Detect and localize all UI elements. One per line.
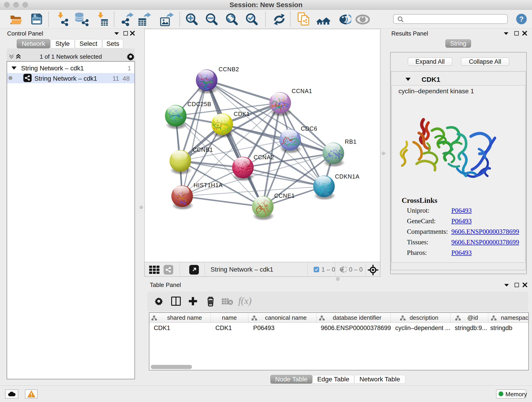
svg-text:CCNE1: CCNE1 — [274, 192, 295, 199]
svg-text:CCNA1: CCNA1 — [292, 88, 312, 94]
svg-text:HIST1H1A: HIST1H1A — [194, 182, 223, 188]
svg-text:CDC25B: CDC25B — [187, 101, 211, 107]
svg-text:CCNB1: CCNB1 — [192, 147, 213, 153]
svg-text:CCNA2: CCNA2 — [254, 154, 274, 160]
svg-text:CCNB2: CCNB2 — [219, 66, 239, 72]
svg-text:CDC6: CDC6 — [301, 125, 317, 132]
svg-text:RB1: RB1 — [345, 138, 357, 145]
svg-text:CDK1: CDK1 — [234, 111, 250, 117]
svg-text:CDKN1A: CDKN1A — [335, 173, 360, 180]
